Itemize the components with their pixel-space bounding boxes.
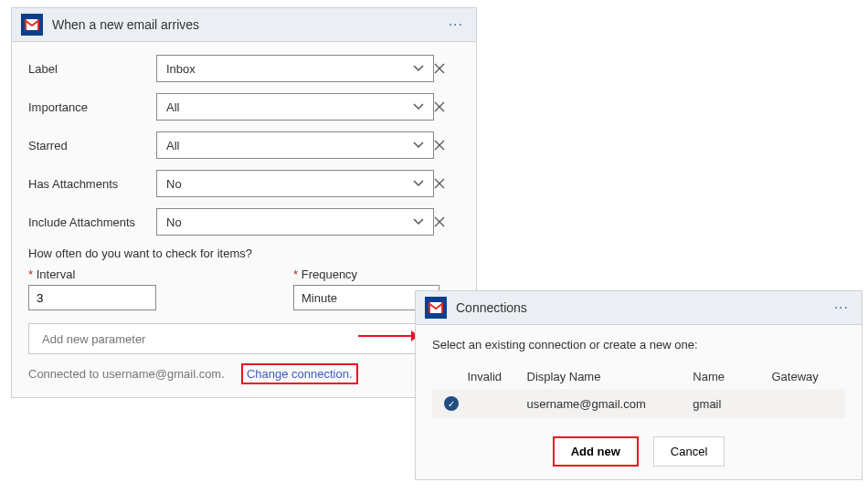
field-label: Include Attachments [28, 215, 156, 229]
col-display-name: Display Name [527, 370, 693, 383]
change-connection-link[interactable]: Change connection. [241, 363, 358, 384]
col-invalid: Invalid [467, 370, 526, 383]
connections-table: Invalid Display Name Name Gateway ✓ user… [432, 364, 845, 418]
field-row-importance: Importance All [28, 93, 460, 121]
chevron-down-icon [413, 65, 424, 72]
connections-desc: Select an existing connection or create … [432, 338, 845, 351]
add-new-button[interactable]: Add new [553, 436, 639, 467]
col-gateway: Gateway [771, 370, 842, 383]
connections-header: Connections ··· [416, 291, 862, 325]
interval-label: * Interval [28, 267, 156, 281]
svg-rect-7 [441, 302, 443, 313]
include-attachments-select[interactable]: No [156, 208, 434, 236]
svg-rect-1 [25, 19, 26, 30]
field-row-label: Label Inbox [28, 55, 460, 82]
cancel-button[interactable]: Cancel [653, 436, 725, 467]
importance-select[interactable]: All [156, 93, 434, 121]
chevron-down-icon [413, 142, 424, 149]
field-label: Starred [28, 139, 156, 152]
field-row-include-attachments: Include Attachments No [28, 208, 460, 236]
clear-include-attachments-icon[interactable] [434, 216, 460, 227]
table-header-row: Invalid Display Name Name Gateway [432, 364, 845, 389]
interval-input[interactable] [28, 285, 156, 310]
connections-card: Connections ··· Select an existing conne… [415, 290, 863, 480]
connections-body: Select an existing connection or create … [416, 325, 862, 479]
recurrence-question: How often do you want to check for items… [28, 246, 460, 260]
trigger-title: When a new email arrives [52, 17, 436, 32]
check-circle-icon: ✓ [444, 396, 459, 411]
svg-rect-6 [429, 302, 430, 313]
starred-select[interactable]: All [156, 131, 434, 159]
more-actions-icon[interactable]: ··· [445, 16, 467, 33]
field-label: Label [28, 62, 156, 76]
gmail-icon [21, 14, 43, 36]
interval-block: * Interval [28, 267, 156, 310]
svg-rect-2 [37, 19, 39, 30]
connected-line: Connected to username@gmail.com. Change … [28, 363, 460, 384]
clear-importance-icon[interactable] [434, 101, 460, 112]
clear-starred-icon[interactable] [434, 140, 460, 151]
cell-display-name: username@gmail.com [527, 397, 693, 411]
field-row-starred: Starred All [28, 131, 460, 159]
more-actions-icon[interactable]: ··· [831, 299, 852, 316]
cell-name: gmail [693, 397, 771, 411]
chevron-down-icon [413, 180, 424, 187]
annotation-arrow [358, 330, 418, 345]
chevron-down-icon [413, 218, 424, 226]
button-row: Add new Cancel [432, 436, 845, 467]
col-name: Name [693, 370, 771, 383]
field-label: Importance [28, 100, 156, 114]
field-row-has-attachments: Has Attachments No [28, 170, 460, 197]
gmail-icon [425, 297, 447, 319]
recurrence-row: * Interval * Frequency Minute [28, 267, 460, 310]
table-row[interactable]: ✓ username@gmail.com gmail [432, 389, 845, 418]
chevron-down-icon [413, 103, 424, 110]
clear-has-attachments-icon[interactable] [434, 178, 460, 189]
frequency-label: * Frequency [293, 267, 439, 281]
field-label: Has Attachments [28, 177, 156, 191]
clear-label-icon[interactable] [434, 63, 460, 74]
has-attachments-select[interactable]: No [156, 170, 434, 197]
trigger-header: When a new email arrives ··· [12, 8, 476, 42]
connections-title: Connections [456, 300, 821, 315]
label-select[interactable]: Inbox [156, 55, 434, 82]
